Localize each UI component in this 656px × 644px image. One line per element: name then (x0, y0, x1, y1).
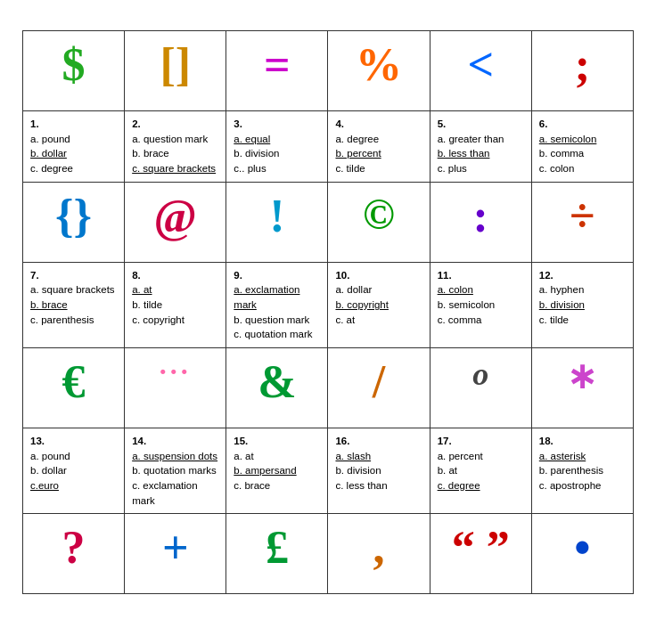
label-option: b. copyright (335, 298, 422, 313)
label-option: a. colon (438, 282, 524, 298)
label-option: b. division (539, 298, 626, 313)
label-option: b. ampersand (234, 463, 320, 478)
label-number: 15. (234, 434, 320, 449)
label-number: 3. (234, 117, 320, 132)
label-option: b. comma (539, 146, 626, 161)
label-option: a. percent (438, 449, 524, 464)
label-cell-r2-c1: 14.a. suspension dotsb. quotation marksc… (125, 428, 226, 514)
label-number: 18. (539, 434, 626, 449)
label-option: c. colon (539, 161, 626, 176)
label-option: b. dollar (30, 463, 117, 478)
label-option: b. quotation marks (132, 463, 218, 478)
label-option: c. less than (335, 478, 422, 493)
label-option: c. tilde (539, 313, 626, 328)
label-option: b. brace (30, 298, 117, 313)
label-option: c. degree (438, 478, 524, 493)
label-option: c. exclamation mark (132, 478, 218, 508)
label-cell-r1-c4: 11.a. colonb. semicolonc. comma (430, 262, 531, 347)
symbol-cell-r1-c1: @ (125, 182, 226, 262)
label-number: 12. (539, 268, 626, 283)
symbol-cell-r3-c0: ? (23, 514, 125, 594)
label-option: b. division (234, 146, 320, 161)
label-option: c. plus (438, 161, 524, 176)
label-cell-r0-c1: 2.a. question markb. bracec. square brac… (125, 111, 226, 183)
label-number: 4. (335, 117, 422, 132)
label-number: 17. (438, 434, 524, 449)
label-cell-r1-c0: 7.a. square bracketsb. bracec. parenthes… (23, 262, 125, 347)
label-cell-r0-c2: 3.a. equalb. divisionc.. plus (226, 111, 328, 183)
symbol-cell-r2-c2: & (226, 348, 328, 428)
symbol-cell-r1-c5: ÷ (531, 182, 633, 262)
label-option: b. at (438, 463, 524, 478)
label-option: c. quotation mark (234, 327, 320, 342)
label-option: c. parenthesis (30, 313, 117, 328)
label-option: c. apostrophe (539, 478, 626, 493)
label-option: b. division (335, 463, 422, 478)
label-option: c.. plus (234, 161, 320, 176)
symbol-cell-r3-c1: + (125, 514, 226, 594)
label-option: c. square brackets (132, 161, 218, 176)
label-number: 11. (438, 268, 524, 283)
label-number: 6. (539, 117, 626, 132)
label-number: 8. (132, 268, 218, 283)
label-option: c. at (335, 313, 422, 328)
symbol-cell-r0-c0: $ (23, 31, 125, 111)
label-cell-r1-c2: 9.a. exclamation markb. question markc. … (226, 262, 328, 347)
label-number: 16. (335, 434, 422, 449)
label-option: a. equal (234, 132, 320, 147)
label-cell-r2-c2: 15.a. atb. ampersandc. brace (226, 428, 328, 514)
quiz-grid: $[]=%<;1.a. poundb. dollarc. degree2.a. … (22, 30, 634, 594)
label-cell-r2-c5: 18.a. asteriskb. parenthesisc. apostroph… (531, 428, 633, 514)
label-cell-r0-c5: 6.a. semicolonb. commac. colon (531, 111, 633, 183)
symbol-cell-r2-c3: / (328, 348, 430, 428)
label-option: a. degree (335, 132, 422, 147)
label-cell-r1-c5: 12.a. hyphenb. divisionc. tilde (531, 262, 633, 347)
label-option: a. exclamation mark (234, 282, 320, 312)
symbol-cell-r2-c1: ··· (125, 348, 226, 428)
label-option: a. suspension dots (132, 449, 218, 464)
symbol-cell-r0-c3: % (328, 31, 430, 111)
label-option: b. dollar (30, 146, 117, 161)
label-option: c. tilde (335, 161, 422, 176)
label-option: b. semicolon (438, 298, 524, 313)
label-option: b. question mark (234, 313, 320, 328)
label-cell-r1-c3: 10.a. dollarb. copyrightc. at (328, 262, 430, 347)
symbol-cell-r3-c2: £ (226, 514, 328, 594)
symbol-cell-r1-c3: © (328, 182, 430, 262)
symbol-cell-r0-c5: ; (531, 31, 633, 111)
label-option: c.euro (30, 478, 117, 493)
label-option: c. copyright (132, 313, 218, 328)
label-cell-r0-c0: 1.a. poundb. dollarc. degree (23, 111, 125, 183)
label-option: a. slash (335, 449, 422, 464)
symbol-cell-r2-c0: € (23, 348, 125, 428)
label-option: b. parenthesis (539, 463, 626, 478)
label-number: 1. (30, 117, 117, 132)
label-option: b. brace (132, 146, 218, 161)
label-option: a. dollar (335, 282, 422, 298)
label-number: 10. (335, 268, 422, 283)
label-option: a. asterisk (539, 449, 626, 464)
label-option: a. at (132, 282, 218, 298)
label-cell-r0-c3: 4.a. degreeb. percentc. tilde (328, 111, 430, 183)
symbol-cell-r2-c4: o (430, 348, 531, 428)
label-option: b. less than (438, 146, 524, 161)
label-cell-r2-c3: 16.a. slashb. divisionc. less than (328, 428, 430, 514)
label-number: 7. (30, 268, 117, 283)
symbol-cell-r0-c2: = (226, 31, 328, 111)
label-option: b. percent (335, 146, 422, 161)
label-option: c. degree (30, 161, 117, 176)
symbol-cell-r3-c5: • (531, 514, 633, 594)
label-option: a. semicolon (539, 132, 626, 147)
label-option: a. square brackets (30, 282, 117, 298)
symbol-cell-r3-c3: , (328, 514, 430, 594)
label-option: a. hyphen (539, 282, 626, 298)
symbol-cell-r2-c5: ∗ (531, 348, 633, 428)
label-number: 14. (132, 434, 218, 449)
symbol-cell-r0-c1: [] (125, 31, 226, 111)
symbol-cell-r3-c4: “ ” (430, 514, 531, 594)
label-cell-r1-c1: 8.a. atb. tildec. copyright (125, 262, 226, 347)
symbol-cell-r1-c4: : (430, 182, 531, 262)
label-option: a. pound (30, 449, 117, 464)
label-option: c. brace (234, 478, 320, 493)
label-option: a. question mark (132, 132, 218, 147)
